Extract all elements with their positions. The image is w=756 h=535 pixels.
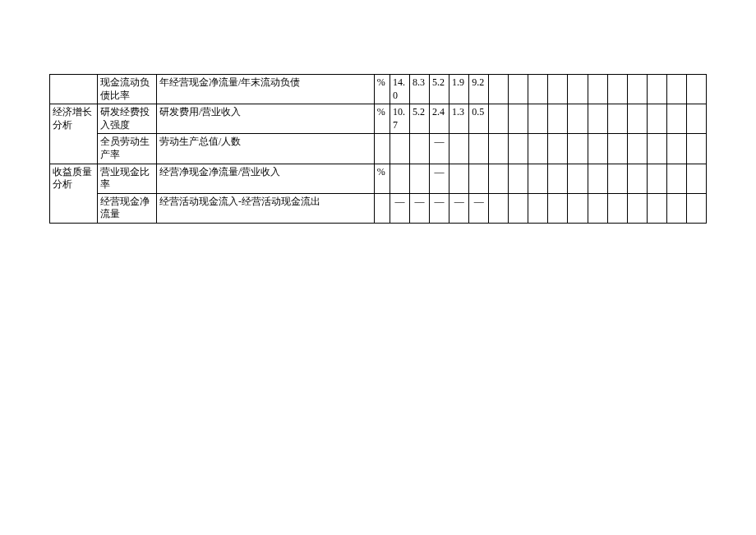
cell-value <box>627 75 647 104</box>
cell-value: 10.7 <box>390 104 409 134</box>
cell-value <box>548 193 568 223</box>
cell-unit: % <box>374 164 390 193</box>
cell-value <box>489 75 509 104</box>
cell-unit: % <box>374 75 390 104</box>
cell-value <box>588 75 607 104</box>
cell-formula: 经营净现金净流量/营业收入 <box>156 164 374 193</box>
cell-value <box>666 75 686 104</box>
cell-value <box>588 193 607 223</box>
cell-value <box>568 164 588 193</box>
cell-value: 8.3 <box>409 75 429 104</box>
cell-value <box>627 164 647 193</box>
cell-value: 0.5 <box>469 104 489 134</box>
cell-value <box>588 134 607 164</box>
cell-value <box>647 193 666 223</box>
cell-value <box>686 134 706 164</box>
cell-value <box>666 104 686 134</box>
cell-value <box>548 134 568 164</box>
cell-value <box>686 104 706 134</box>
cell-value <box>509 134 528 164</box>
cell-metric: 全员劳动生产率 <box>97 134 156 164</box>
table-row: 收益质量分析 营业现金比率 经营净现金净流量/营业收入 % — <box>50 164 707 193</box>
cell-value: — <box>469 193 489 223</box>
cell-value <box>469 164 489 193</box>
cell-value <box>489 193 509 223</box>
cell-value <box>568 193 588 223</box>
cell-value <box>409 134 429 164</box>
cell-value <box>528 75 548 104</box>
cell-value <box>647 164 666 193</box>
cell-value <box>509 164 528 193</box>
cell-value <box>647 104 666 134</box>
cell-value <box>666 134 686 164</box>
table-row: 经营现金净流量 经营活动现金流入-经营活动现金流出 — — — — — <box>50 193 707 223</box>
cell-value <box>647 134 666 164</box>
cell-category <box>50 75 98 104</box>
cell-value <box>449 134 469 164</box>
cell-value <box>489 164 509 193</box>
cell-category: 收益质量分析 <box>50 164 98 223</box>
cell-value <box>686 193 706 223</box>
cell-value <box>647 75 666 104</box>
cell-value <box>528 134 548 164</box>
cell-value: — <box>430 134 449 164</box>
cell-category: 经济增长分析 <box>50 104 98 164</box>
cell-value: 9.2 <box>469 75 489 104</box>
cell-value <box>627 134 647 164</box>
cell-value <box>409 164 429 193</box>
cell-value <box>509 104 528 134</box>
cell-value <box>686 164 706 193</box>
cell-value: — <box>430 164 449 193</box>
cell-value <box>568 75 588 104</box>
cell-value: — <box>390 193 409 223</box>
cell-value <box>607 164 627 193</box>
cell-value: 5.2 <box>430 75 449 104</box>
page-container: 现金流动负债比率 年经营现金净流量/年末流动负债 % 14.0 8.3 5.2 … <box>0 0 756 535</box>
cell-value <box>607 134 627 164</box>
cell-formula: 劳动生产总值/人数 <box>156 134 374 164</box>
table-row: 经济增长分析 研发经费投入强度 研发费用/营业收入 % 10.7 5.2 2.4… <box>50 104 707 134</box>
cell-unit <box>374 134 390 164</box>
cell-value <box>548 164 568 193</box>
cell-value: — <box>409 193 429 223</box>
table-row: 全员劳动生产率 劳动生产总值/人数 — <box>50 134 707 164</box>
cell-value <box>568 134 588 164</box>
cell-unit <box>374 193 390 223</box>
cell-value <box>509 193 528 223</box>
cell-unit: % <box>374 104 390 134</box>
cell-value <box>686 75 706 104</box>
cell-metric: 营业现金比率 <box>97 164 156 193</box>
cell-value <box>627 193 647 223</box>
cell-value <box>627 104 647 134</box>
cell-value <box>607 193 627 223</box>
cell-metric: 经营现金净流量 <box>97 193 156 223</box>
table-row: 现金流动负债比率 年经营现金净流量/年末流动负债 % 14.0 8.3 5.2 … <box>50 75 707 104</box>
cell-value <box>548 75 568 104</box>
cell-value <box>469 134 489 164</box>
cell-value <box>449 164 469 193</box>
cell-value <box>528 164 548 193</box>
cell-value: 1.3 <box>449 104 469 134</box>
cell-value <box>568 104 588 134</box>
cell-value <box>548 104 568 134</box>
cell-value: 1.9 <box>449 75 469 104</box>
cell-value: 14.0 <box>390 75 409 104</box>
cell-formula: 经营活动现金流入-经营活动现金流出 <box>156 193 374 223</box>
cell-value <box>666 193 686 223</box>
cell-metric: 研发经费投入强度 <box>97 104 156 134</box>
cell-value <box>509 75 528 104</box>
cell-value <box>390 164 409 193</box>
cell-formula: 年经营现金净流量/年末流动负债 <box>156 75 374 104</box>
cell-value <box>528 104 548 134</box>
cell-value <box>390 134 409 164</box>
cell-value <box>607 104 627 134</box>
cell-value <box>528 193 548 223</box>
cell-value <box>588 164 607 193</box>
cell-formula: 研发费用/营业收入 <box>156 104 374 134</box>
cell-value <box>666 164 686 193</box>
cell-value <box>489 134 509 164</box>
cell-metric: 现金流动负债比率 <box>97 75 156 104</box>
cell-value: — <box>449 193 469 223</box>
cell-value <box>607 75 627 104</box>
cell-value <box>588 104 607 134</box>
